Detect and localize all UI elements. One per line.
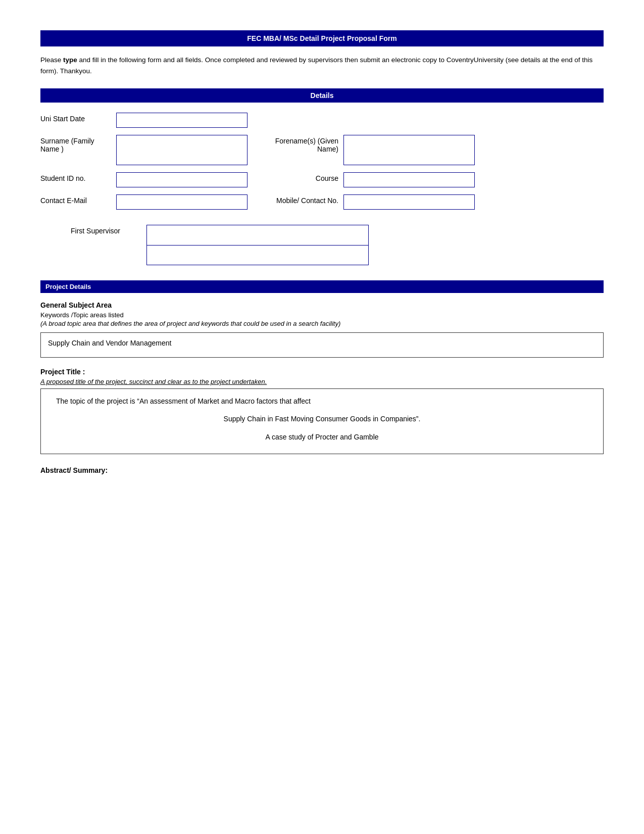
project-title-heading: Project Title :	[40, 368, 604, 376]
project-title-line3: A case study of Procter and Gamble	[56, 431, 588, 444]
mobile-group: Mobile/ Contact No.	[273, 194, 475, 210]
mobile-label: Mobile/ Contact No.	[273, 194, 338, 205]
supervisor-line-2	[147, 246, 368, 265]
general-subject-area-block: General Subject Area Keywords /Topic are…	[40, 301, 604, 358]
intro-text-before-bold: Please	[40, 56, 63, 64]
forename-group: Forename(s) (Given Name)	[273, 135, 475, 165]
forename-label: Forename(s) (Given Name)	[273, 135, 338, 153]
supervisor-row: First Supervisor	[71, 225, 604, 265]
uni-start-date-input[interactable]	[116, 113, 247, 128]
surname-forename-row: Surname (Family Name ) Forename(s) (Give…	[40, 135, 604, 165]
course-label: Course	[273, 172, 338, 182]
details-section-bar: Details	[40, 88, 604, 103]
subject-area-content-box: Supply Chain and Vendor Management	[40, 332, 604, 358]
project-title-block: Project Title : A proposed title of the …	[40, 368, 604, 454]
student-id-course-row: Student ID no. Course	[40, 172, 604, 187]
uni-start-date-label: Uni Start Date	[40, 113, 111, 123]
abstract-heading-block: Abstract/ Summary:	[40, 466, 604, 474]
subject-area-content: Supply Chain and Vendor Management	[48, 339, 171, 347]
student-id-label: Student ID no.	[40, 172, 111, 182]
surname-input[interactable]	[116, 135, 247, 165]
intro-paragraph: Please type and fill in the following fo…	[40, 55, 604, 76]
uni-start-date-row: Uni Start Date	[40, 113, 604, 128]
contact-email-label: Contact E-Mail	[40, 194, 111, 205]
supervisor-line-1	[147, 225, 368, 246]
project-details-bar: Project Details	[40, 280, 604, 293]
general-subject-description: (A broad topic area that defines the are…	[40, 320, 604, 327]
general-subject-area-heading: General Subject Area	[40, 301, 604, 309]
keywords-label: Keywords /Topic areas listed	[40, 311, 604, 319]
course-input[interactable]	[343, 172, 475, 187]
project-details-section: General Subject Area Keywords /Topic are…	[40, 301, 604, 474]
main-title: FEC MBA/ MSc Detail Project Proposal For…	[247, 34, 397, 42]
course-group: Course	[273, 172, 475, 187]
first-supervisor-label: First Supervisor	[71, 225, 141, 235]
student-id-input[interactable]	[116, 172, 247, 187]
intro-text-after-bold: and fill in the following form and all f…	[40, 56, 592, 75]
main-title-bar: FEC MBA/ MSc Detail Project Proposal For…	[40, 30, 604, 46]
details-section-label: Details	[311, 91, 334, 100]
project-title-line1: The topic of the project is “An assessme…	[56, 395, 588, 408]
project-title-description: A proposed title of the project, succinc…	[40, 378, 604, 385]
surname-label: Surname (Family Name )	[40, 135, 111, 153]
details-form-grid: Uni Start Date Surname (Family Name ) Fo…	[40, 113, 604, 210]
project-title-line2: Supply Chain in Fast Moving Consumer Goo…	[56, 413, 588, 425]
project-title-content-box: The topic of the project is “An assessme…	[40, 388, 604, 454]
project-details-label: Project Details	[45, 283, 91, 290]
first-supervisor-box	[146, 225, 369, 265]
contact-email-input[interactable]	[116, 194, 247, 210]
forename-input[interactable]	[343, 135, 475, 165]
email-mobile-row: Contact E-Mail Mobile/ Contact No.	[40, 194, 604, 210]
mobile-input[interactable]	[343, 194, 475, 210]
intro-bold-word: type	[63, 56, 77, 64]
abstract-heading: Abstract/ Summary:	[40, 466, 604, 474]
